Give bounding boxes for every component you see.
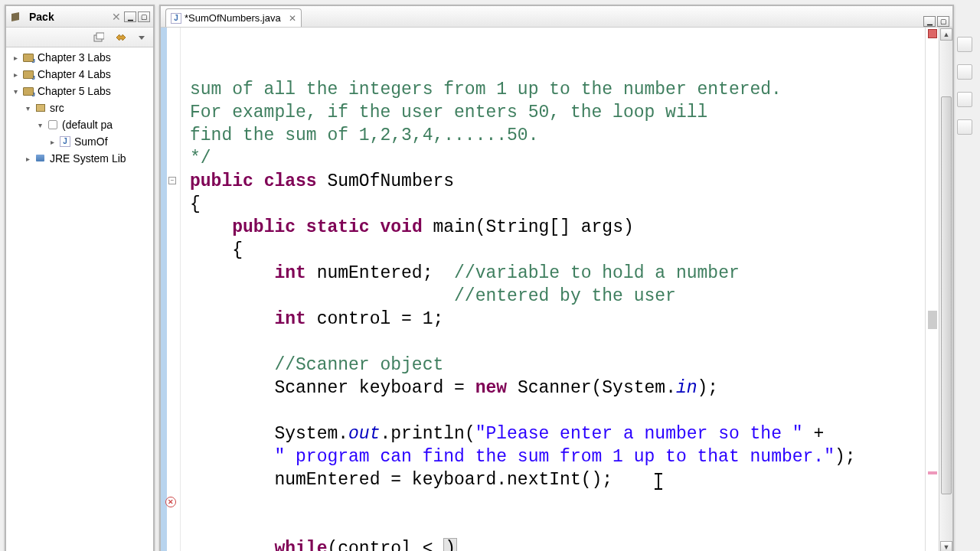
tree-expander-icon[interactable]: ▸: [11, 70, 20, 79]
code-editor[interactable]: sum of all the integers from 1 up to the…: [181, 28, 925, 551]
tree-expander-icon[interactable]: ▸: [23, 154, 32, 163]
scrollbar-thumb[interactable]: [941, 96, 952, 494]
lib-icon: [34, 152, 47, 165]
code-line[interactable]: [190, 399, 920, 422]
project-tree[interactable]: ▸Chapter 3 Labs▸Chapter 4 Labs▾Chapter 5…: [6, 47, 153, 551]
code-line[interactable]: [190, 491, 920, 514]
code-line[interactable]: while(control < ): [190, 537, 920, 551]
problems-view-button[interactable]: [957, 92, 972, 107]
editor-tab[interactable]: *SumOfNumbers.java ✕: [165, 8, 302, 27]
panel-title: Pack: [24, 11, 110, 23]
tree-expander-icon[interactable]: ▾: [23, 103, 32, 112]
code-line[interactable]: int numEntered; //variable to hold a num…: [190, 262, 920, 285]
panel-close-icon[interactable]: ✕: [110, 11, 122, 23]
tree-item-label: Chapter 4 Labs: [38, 68, 111, 80]
tree-item[interactable]: ▾(default pa: [6, 116, 153, 133]
ruler-error-mark[interactable]: [928, 471, 937, 474]
code-line[interactable]: int control = 1;: [190, 308, 920, 331]
editor-gutter[interactable]: −: [161, 28, 181, 551]
src-icon: [34, 102, 47, 114]
editor-minimize-button[interactable]: ▁: [923, 16, 936, 27]
code-line[interactable]: //Scanner object: [190, 354, 920, 377]
code-line[interactable]: public class SumOfNumbers: [190, 170, 920, 193]
package-explorer-panel: Pack ✕ ▁ ▢ ▸Chapter 3 Labs▸Chapter 4 Lab…: [5, 5, 155, 551]
scroll-up-button[interactable]: ▲: [940, 28, 952, 41]
code-line[interactable]: {: [190, 239, 920, 262]
ruler-scroll-thumb[interactable]: [928, 311, 937, 329]
tree-expander-icon[interactable]: ▾: [35, 120, 44, 129]
tree-item-label: JRE System Lib: [50, 152, 126, 165]
editor-maximize-button[interactable]: ▢: [937, 16, 949, 27]
tree-item[interactable]: ▸SumOf: [6, 133, 153, 150]
tree-expander-icon[interactable]: ▸: [11, 53, 20, 62]
code-line[interactable]: find the sum of 1,2,3,4,......50.: [190, 124, 920, 147]
task-list-button[interactable]: [957, 64, 972, 80]
panel-toolbar: [6, 28, 153, 47]
java-file-icon: [171, 13, 181, 24]
perspective-button[interactable]: [957, 119, 972, 135]
tree-item-label: src: [50, 102, 64, 114]
java-icon: [59, 135, 71, 148]
proj-icon: [22, 51, 34, 64]
editor-tab-bar: *SumOfNumbers.java ✕ ▁ ▢: [161, 6, 952, 28]
tree-item-label: Chapter 3 Labs: [38, 51, 111, 64]
editor-area: *SumOfNumbers.java ✕ ▁ ▢ − sum of all th…: [159, 5, 975, 551]
package-explorer-icon: [9, 11, 21, 23]
code-line[interactable]: //entered by the user: [190, 285, 920, 308]
tab-close-icon[interactable]: ✕: [289, 13, 296, 24]
right-trim-toolbar: [954, 5, 975, 551]
tree-item[interactable]: ▾Chapter 5 Labs: [6, 83, 153, 99]
tree-item[interactable]: ▾src: [6, 99, 153, 116]
tree-item[interactable]: ▸JRE System Lib: [6, 150, 153, 167]
code-line[interactable]: sum of all the integers from 1 up to the…: [190, 78, 920, 101]
code-line[interactable]: [190, 331, 920, 354]
vertical-scrollbar[interactable]: ▲ ▼: [939, 28, 952, 551]
code-line[interactable]: public static void main(String[] args): [190, 216, 920, 239]
panel-maximize-button[interactable]: ▢: [138, 11, 150, 22]
fold-toggle-button[interactable]: −: [168, 177, 176, 184]
error-marker-icon[interactable]: [165, 497, 176, 507]
error-summary-indicator[interactable]: [928, 29, 937, 38]
editor-tab-label: *SumOfNumbers.java: [185, 12, 281, 24]
code-line[interactable]: For example, if the user enters 50, the …: [190, 101, 920, 124]
code-line[interactable]: [190, 514, 920, 537]
tree-item-label: Chapter 5 Labs: [38, 85, 111, 97]
proj-icon: [22, 85, 34, 97]
code-line[interactable]: System.out.println("Please enter a numbe…: [190, 422, 920, 445]
link-editor-button[interactable]: [113, 31, 127, 44]
code-line[interactable]: numEntered = keyboard.nextInt();: [190, 468, 920, 491]
overview-ruler[interactable]: [925, 28, 939, 551]
class-scope-marker: [161, 28, 167, 551]
code-line[interactable]: " program can find the sum from 1 up to …: [190, 445, 920, 468]
code-line[interactable]: {: [190, 193, 920, 216]
tree-item-label: SumOf: [74, 135, 108, 148]
tree-item-label: (default pa: [62, 119, 113, 131]
panel-minimize-button[interactable]: ▁: [124, 11, 136, 22]
view-menu-button[interactable]: [135, 31, 149, 44]
tree-expander-icon[interactable]: ▾: [11, 86, 20, 96]
collapse-all-button[interactable]: [92, 31, 106, 44]
outline-view-button[interactable]: [957, 37, 972, 52]
tree-item[interactable]: ▸Chapter 3 Labs: [6, 49, 153, 66]
tree-expander-icon[interactable]: ▸: [47, 137, 57, 146]
editor-frame: *SumOfNumbers.java ✕ ▁ ▢ − sum of all th…: [159, 5, 954, 551]
proj-icon: [22, 68, 34, 80]
tree-item[interactable]: ▸Chapter 4 Labs: [6, 66, 153, 83]
svg-rect-1: [96, 33, 104, 39]
scroll-down-button[interactable]: ▼: [940, 541, 952, 551]
panel-header: Pack ✕ ▁ ▢: [6, 6, 153, 28]
code-line[interactable]: Scanner keyboard = new Scanner(System.in…: [190, 377, 920, 399]
code-line[interactable]: */: [190, 147, 920, 170]
pkg-icon: [47, 119, 59, 131]
editor-body: − sum of all the integers from 1 up to t…: [161, 28, 952, 551]
